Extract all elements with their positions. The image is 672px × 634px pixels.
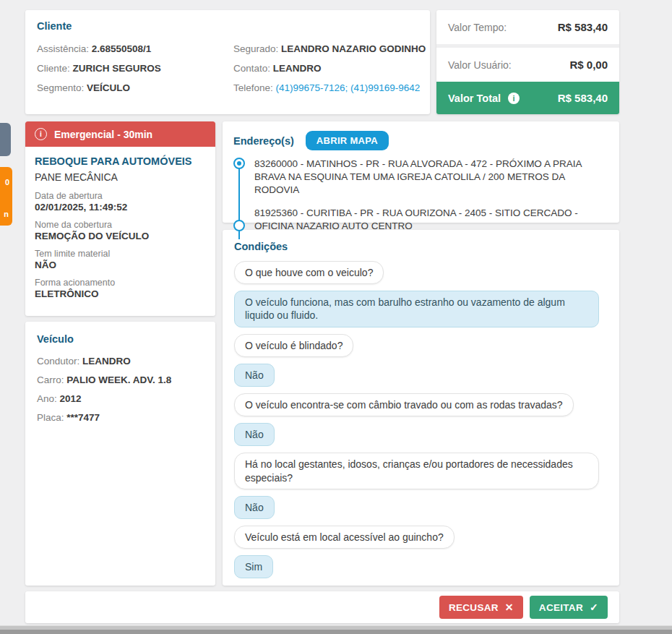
value-row-total: Valor Total i R$ 583,40 xyxy=(436,82,619,114)
vehicle-fields: Condutor: LEANDRO Carro: PALIO WEEK. ADV… xyxy=(37,352,204,427)
right-column: Endereço(s) ABRIR MAPA 83260000 - MATINH… xyxy=(223,121,619,586)
action-footer: RECUSAR ✕ ACEITAR ✓ xyxy=(25,591,619,623)
field-segurado: Segurado: LEANDRO NAZARIO GODINHO xyxy=(233,39,426,59)
client-card: Cliente Assistência: 2.68550508/1 Client… xyxy=(25,10,430,114)
vehicle-card: Veículo Condutor: LEANDRO Carro: PALIO W… xyxy=(25,322,215,586)
field-ano: Ano: 2012 xyxy=(37,390,204,408)
destination-address: 81925360 - CURITIBA - PR - RUA OURIZONA … xyxy=(254,207,606,233)
service-name: REBOQUE PARA AUTOMÓVEIS xyxy=(35,155,206,167)
conditions-title: Condições xyxy=(234,241,608,252)
client-card-title: Cliente xyxy=(37,20,418,32)
addresses-timeline: 83260000 - MATINHOS - PR - RUA ALVORADA … xyxy=(233,158,608,233)
address-origin-row: 83260000 - MATINHOS - PR - RUA ALVORADA … xyxy=(233,158,608,197)
service-problem: PANE MECÂNICA xyxy=(35,171,206,183)
queue-chip-orange[interactable]: 0 n xyxy=(0,167,12,226)
origin-radio-icon[interactable] xyxy=(233,158,245,169)
detail-forma-acionamento: Forma acionamento ELETRÔNICO xyxy=(35,278,206,299)
address-destination-row: 81925360 - CURITIBA - PR - RUA OURIZONA … xyxy=(233,207,608,233)
addresses-card: Endereço(s) ABRIR MAPA 83260000 - MATINH… xyxy=(223,121,619,223)
queue-chip-gray[interactable] xyxy=(0,123,11,156)
reject-button[interactable]: RECUSAR ✕ xyxy=(439,596,523,619)
answer-bubble: Não xyxy=(234,423,275,446)
field-contato: Contato: LEANDRO xyxy=(233,59,426,78)
field-condutor: Condutor: LEANDRO xyxy=(37,352,204,371)
field-assistencia: Assistência: 2.68550508/1 xyxy=(37,39,233,59)
values-card: Valor Tempo: R$ 583,40 Valor Usuário: R$… xyxy=(436,10,619,114)
detail-cobertura: Nome da cobertura REMOÇÃO DO VEÍCULO xyxy=(35,220,206,241)
addresses-title: Endereço(s) xyxy=(233,135,294,147)
left-column: i Emergencial - 30min REBOQUE PARA AUTOM… xyxy=(25,121,215,586)
field-segmento: Segmento: VEÍCULO xyxy=(37,78,233,98)
top-row: Cliente Assistência: 2.68550508/1 Client… xyxy=(25,10,619,114)
urgency-banner: i Emergencial - 30min xyxy=(25,121,215,147)
value-row-usuario: Valor Usuário: R$ 0,00 xyxy=(436,48,619,82)
question-bubble: Há no local gestantes, idosos, crianças … xyxy=(234,453,599,489)
check-icon: ✓ xyxy=(590,601,598,613)
question-bubble: O veículo é blindado? xyxy=(234,334,353,357)
origin-address: 83260000 - MATINHOS - PR - RUA ALVORADA … xyxy=(254,158,606,197)
question-bubble: O que houve com o veiculo? xyxy=(234,261,384,284)
addresses-header: Endereço(s) ABRIR MAPA xyxy=(233,131,608,150)
info-circle-icon: i xyxy=(35,128,47,140)
x-icon: ✕ xyxy=(505,601,514,613)
valor-total-amount: R$ 583,40 xyxy=(558,92,608,104)
client-fields: Assistência: 2.68550508/1 Cliente: ZURIC… xyxy=(37,39,418,98)
valor-usuario-amount: R$ 0,00 xyxy=(569,59,608,71)
answer-bubble: Não xyxy=(234,364,275,387)
queue-chip-bottom-text: n xyxy=(4,210,9,218)
vehicle-card-title: Veículo xyxy=(37,333,204,345)
main-content: Cliente Assistência: 2.68550508/1 Client… xyxy=(25,10,619,114)
queue-chip-top-text: 0 xyxy=(5,178,9,187)
phone-link[interactable]: (41)99675-7126; (41)99169-9642 xyxy=(276,82,421,93)
urgency-banner-label: Emergencial - 30min xyxy=(54,129,152,140)
client-fields-left: Assistência: 2.68550508/1 Cliente: ZURIC… xyxy=(37,39,233,98)
accept-button-label: ACEITAR xyxy=(539,602,583,613)
reject-button-label: RECUSAR xyxy=(449,602,499,613)
field-carro: Carro: PALIO WEEK. ADV. 1.8 xyxy=(37,371,204,390)
open-map-button[interactable]: ABRIR MAPA xyxy=(306,131,389,150)
conditions-card: Condições O que houve com o veiculo? O v… xyxy=(223,230,619,586)
scrollbar-thumb[interactable] xyxy=(0,630,672,634)
field-telefone: Telefone: (41)99675-7126; (41)99169-9642 xyxy=(233,78,426,98)
value-row-tempo: Valor Tempo: R$ 583,40 xyxy=(436,10,619,48)
client-fields-right: Segurado: LEANDRO NAZARIO GODINHO Contat… xyxy=(233,39,426,98)
info-icon[interactable]: i xyxy=(508,93,520,104)
field-placa: Placa: ***7477 xyxy=(37,408,204,427)
assistance-offer-page: 0 n Cliente Assistência: 2.68550508/1 Cl… xyxy=(0,0,672,634)
destination-radio-icon[interactable] xyxy=(233,220,245,231)
question-bubble: Veículo está em local acessível ao guinc… xyxy=(234,526,455,549)
field-cliente: Cliente: ZURICH SEGUROS xyxy=(37,59,233,78)
accept-button[interactable]: ACEITAR ✓ xyxy=(530,596,608,619)
service-body: REBOQUE PARA AUTOMÓVEIS PANE MECÂNICA Da… xyxy=(25,147,215,315)
service-card: i Emergencial - 30min REBOQUE PARA AUTOM… xyxy=(25,121,215,316)
answer-bubble: O veículo funciona, mas com barulho estr… xyxy=(234,291,599,327)
question-bubble: O veículo encontra-se com câmbio travado… xyxy=(234,393,574,416)
valor-tempo-amount: R$ 583,40 xyxy=(558,21,608,33)
detail-data-abertura: Data de abertura 02/01/2025, 11:49:52 xyxy=(35,191,206,213)
answer-bubble: Sim xyxy=(234,555,273,578)
answer-bubble: Não xyxy=(234,496,275,519)
horizontal-scrollbar xyxy=(0,625,672,634)
detail-limite-material: Tem limite material NÃO xyxy=(35,249,206,270)
